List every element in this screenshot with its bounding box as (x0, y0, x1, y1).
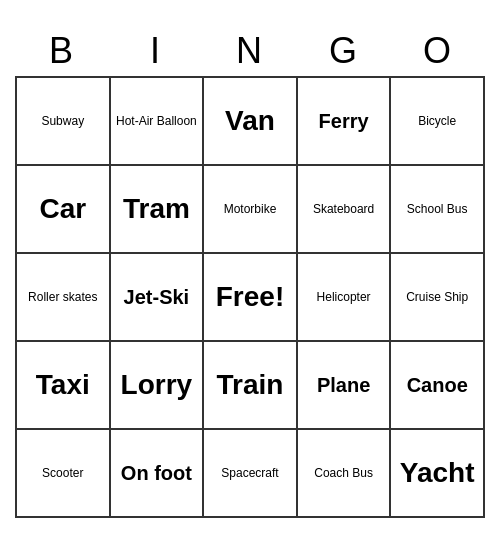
cell-label: Ferry (319, 109, 369, 133)
grid-cell-2-2: Free! (204, 254, 298, 342)
cell-label: School Bus (407, 202, 468, 216)
grid-cell-2-4: Cruise Ship (391, 254, 485, 342)
header-letter: N (203, 26, 297, 76)
grid-cell-4-3: Coach Bus (298, 430, 392, 518)
grid-cell-3-3: Plane (298, 342, 392, 430)
grid-cell-1-3: Skateboard (298, 166, 392, 254)
cell-label: Tram (123, 192, 190, 226)
cell-label: Cruise Ship (406, 290, 468, 304)
cell-label: Car (39, 192, 86, 226)
grid-cell-2-3: Helicopter (298, 254, 392, 342)
cell-label: Lorry (121, 368, 193, 402)
cell-label: Coach Bus (314, 466, 373, 480)
grid-cell-0-1: Hot-Air Balloon (111, 78, 205, 166)
grid-cell-0-2: Van (204, 78, 298, 166)
header-letter: I (109, 26, 203, 76)
bingo-card: BINGO SubwayHot-Air BalloonVanFerryBicyc… (15, 26, 485, 518)
grid-cell-0-0: Subway (17, 78, 111, 166)
grid-cell-3-1: Lorry (111, 342, 205, 430)
cell-label: Motorbike (224, 202, 277, 216)
grid-cell-1-2: Motorbike (204, 166, 298, 254)
cell-label: Roller skates (28, 290, 97, 304)
cell-label: Scooter (42, 466, 83, 480)
grid-cell-1-1: Tram (111, 166, 205, 254)
bingo-grid: SubwayHot-Air BalloonVanFerryBicycleCarT… (15, 76, 485, 518)
cell-label: Helicopter (317, 290, 371, 304)
bingo-header: BINGO (15, 26, 485, 76)
cell-label: Canoe (407, 373, 468, 397)
header-letter: O (391, 26, 485, 76)
cell-label: Free! (216, 280, 284, 314)
grid-cell-3-2: Train (204, 342, 298, 430)
header-letter: B (15, 26, 109, 76)
grid-cell-0-3: Ferry (298, 78, 392, 166)
grid-cell-0-4: Bicycle (391, 78, 485, 166)
cell-label: Train (217, 368, 284, 402)
cell-label: Subway (41, 114, 84, 128)
grid-cell-4-0: Scooter (17, 430, 111, 518)
cell-label: On foot (121, 461, 192, 485)
header-letter: G (297, 26, 391, 76)
grid-cell-4-1: On foot (111, 430, 205, 518)
grid-cell-3-4: Canoe (391, 342, 485, 430)
grid-cell-1-4: School Bus (391, 166, 485, 254)
cell-label: Bicycle (418, 114, 456, 128)
grid-cell-2-0: Roller skates (17, 254, 111, 342)
grid-cell-4-2: Spacecraft (204, 430, 298, 518)
cell-label: Hot-Air Balloon (116, 114, 197, 128)
cell-label: Jet-Ski (124, 285, 190, 309)
cell-label: Yacht (400, 456, 475, 490)
cell-label: Taxi (36, 368, 90, 402)
cell-label: Skateboard (313, 202, 374, 216)
cell-label: Van (225, 104, 275, 138)
grid-cell-1-0: Car (17, 166, 111, 254)
cell-label: Plane (317, 373, 370, 397)
cell-label: Spacecraft (221, 466, 278, 480)
grid-cell-3-0: Taxi (17, 342, 111, 430)
grid-cell-4-4: Yacht (391, 430, 485, 518)
grid-cell-2-1: Jet-Ski (111, 254, 205, 342)
